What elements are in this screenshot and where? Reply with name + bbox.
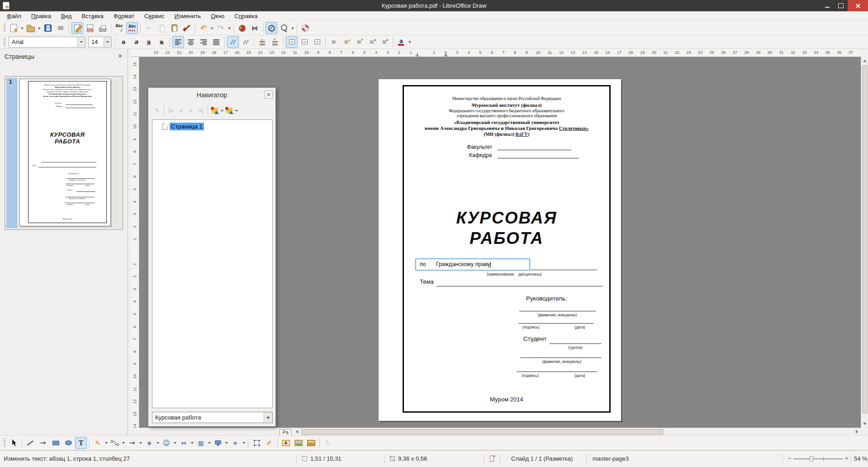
font-name-dropdown[interactable] — [77, 37, 85, 47]
text-tool[interactable] — [75, 437, 87, 449]
font-size-value[interactable]: 14 — [89, 38, 104, 45]
underline-button[interactable] — [143, 36, 155, 48]
export-pdf-button[interactable] — [84, 22, 96, 34]
help-button[interactable] — [299, 22, 311, 34]
symbol-shapes-tool[interactable] — [161, 437, 172, 449]
align-justify-button[interactable] — [210, 36, 222, 48]
document-page[interactable]: Министерство образования и науки Российс… — [379, 79, 621, 421]
horizontal-ruler[interactable]: ⊥ ⊥ 232221201918171615141312111098765432… — [131, 49, 861, 57]
tree-item-page1[interactable]: Страница 1 — [162, 123, 204, 130]
toolbar-grip[interactable] — [4, 438, 5, 448]
callouts-tool[interactable] — [212, 437, 224, 449]
edit-mode-button[interactable] — [71, 22, 83, 34]
select-tool[interactable] — [8, 437, 19, 449]
thumbnail-page-preview[interactable]: Министерство образования и науки Российс… — [19, 79, 111, 226]
zoom-in-icon[interactable]: + — [845, 455, 849, 462]
font-color-button[interactable] — [395, 36, 407, 48]
toolbar-grip[interactable] — [4, 38, 5, 47]
scroll-down-icon[interactable] — [861, 420, 868, 428]
menu-item-8[interactable]: Справка — [229, 12, 262, 20]
curve-dropdown[interactable] — [104, 437, 109, 449]
line-spacing-1-button[interactable] — [227, 36, 239, 48]
document-select-value[interactable]: Курсовая работа — [152, 414, 264, 421]
undo-dropdown[interactable] — [210, 22, 214, 34]
menu-item-2[interactable]: Вид — [56, 12, 77, 20]
scroll-right-icon[interactable] — [854, 428, 861, 435]
bold-button[interactable] — [118, 36, 129, 48]
navigator-title-bar[interactable]: Навигатор ✕ — [148, 88, 275, 102]
fontwork-tool[interactable] — [280, 437, 292, 449]
status-slide[interactable]: Слайд 1 / 1 (Разметка) — [511, 455, 573, 462]
menu-item-0[interactable]: Файл — [2, 12, 26, 20]
callouts-dropdown[interactable] — [224, 437, 229, 449]
minimize-button[interactable] — [821, 0, 834, 11]
shapes-filter-icon[interactable] — [210, 105, 220, 115]
status-position[interactable]: 1,51 / 15,31 — [310, 455, 342, 462]
edit-points-tool[interactable] — [251, 437, 262, 449]
menu-item-3[interactable]: Вставка — [76, 12, 108, 20]
discipline-edit-box[interactable]: по Гражданскому праву — [415, 258, 530, 271]
italic-button[interactable] — [130, 36, 142, 48]
text-anchor-top-button[interactable] — [286, 36, 298, 48]
zoom-slider[interactable] — [793, 458, 843, 459]
drag-mode-icon[interactable]: ✎ — [152, 105, 162, 115]
menu-item-1[interactable]: Правка — [26, 12, 56, 20]
close-button[interactable] — [848, 0, 868, 11]
insert-image-tool[interactable] — [293, 437, 304, 449]
status-zoom-percent[interactable]: 54 % — [854, 455, 868, 462]
navigator-button[interactable] — [266, 22, 277, 34]
align-center-button[interactable] — [185, 36, 197, 48]
save-button[interactable] — [42, 22, 54, 34]
horizontal-scroll-thumb[interactable] — [301, 429, 663, 435]
spelling-button[interactable] — [114, 22, 125, 34]
work-title-line2[interactable]: РАБОТА — [403, 229, 611, 248]
tree-item-label[interactable]: Страница 1 — [170, 123, 204, 130]
open-dropdown[interactable] — [37, 22, 42, 34]
discipline-value[interactable]: Гражданскому праву — [436, 261, 490, 267]
font-size-combo[interactable]: 14 — [88, 37, 112, 48]
align-right-button[interactable] — [198, 36, 209, 48]
menu-item-5[interactable]: Сервис — [139, 12, 170, 20]
glue-points-tool[interactable] — [263, 437, 275, 449]
special-character-button[interactable] — [249, 22, 261, 34]
bullets-button[interactable] — [328, 36, 340, 48]
text-anchor-middle-button[interactable] — [299, 36, 310, 48]
zoom-slider-thumb[interactable] — [810, 456, 813, 462]
curve-tool[interactable] — [92, 437, 104, 449]
indent-marker-left[interactable]: ⊥ — [415, 52, 419, 57]
font-color-dropdown[interactable] — [408, 36, 412, 48]
connector-dropdown[interactable] — [121, 437, 126, 449]
vertical-ruler[interactable]: 1514131211109876543211234567891011121314 — [131, 57, 139, 428]
scroll-up-icon[interactable] — [861, 57, 868, 64]
align-left-button[interactable] — [172, 36, 184, 48]
shadow-button[interactable] — [156, 36, 167, 48]
shapes-all-dropdown[interactable] — [234, 105, 239, 116]
basic-shapes-dropdown[interactable] — [156, 437, 160, 449]
block-arrows-dropdown[interactable] — [190, 437, 194, 449]
text-anchor-bottom-button[interactable] — [311, 36, 323, 48]
undo-button[interactable] — [198, 22, 209, 34]
email-button[interactable] — [55, 22, 66, 34]
navigator-close-icon[interactable]: ✕ — [265, 91, 273, 99]
shapes-all-icon[interactable] — [224, 105, 234, 115]
zoom-dropdown[interactable] — [290, 22, 295, 34]
toolbar-grip[interactable] — [4, 24, 5, 33]
decrease-paragraph-spacing-button[interactable]: ▼ — [269, 36, 281, 48]
block-arrows-tool[interactable] — [178, 437, 190, 449]
ellipse-tool[interactable] — [62, 437, 74, 449]
line-tool[interactable] — [24, 437, 36, 449]
move-up-button[interactable]: ▲ — [341, 36, 352, 48]
font-name-combo[interactable]: Arial — [9, 37, 85, 48]
zoom-button[interactable] — [278, 22, 290, 34]
stars-dropdown[interactable] — [242, 437, 246, 449]
vertical-scroll-thumb[interactable] — [862, 65, 868, 414]
font-name-value[interactable]: Arial — [9, 38, 77, 45]
lines-arrows-tool[interactable] — [126, 437, 138, 449]
menu-item-4[interactable]: Формат — [109, 12, 139, 20]
paste-button[interactable] — [168, 22, 180, 34]
work-title-line1[interactable]: КУРСОВАЯ — [403, 209, 611, 228]
vertical-scrollbar[interactable] — [861, 57, 868, 428]
zoom-out-icon[interactable]: – — [788, 455, 791, 462]
redo-dropdown[interactable] — [227, 22, 232, 34]
flowchart-dropdown[interactable] — [207, 437, 212, 449]
